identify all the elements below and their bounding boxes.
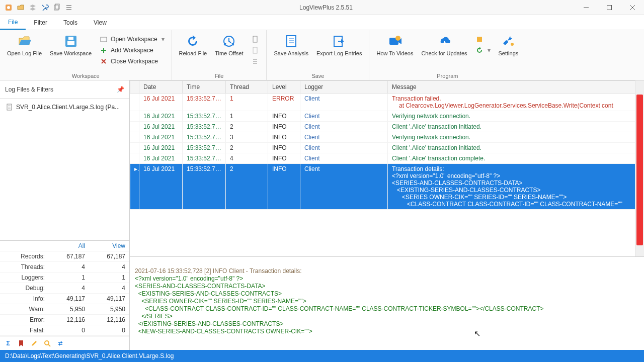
detail-pane[interactable]: 2021-07-16 15:33:52,728 [2] INFO Client …	[130, 256, 644, 350]
stats-row: Error:12,11612,116	[0, 315, 129, 325]
document-icon	[251, 35, 259, 43]
close-icon	[100, 57, 108, 65]
wrench-icon	[500, 33, 516, 49]
export-icon	[331, 33, 347, 49]
log-row[interactable]: 16 Jul 202115:33:52.7282INFOClientClient…	[130, 143, 644, 153]
file-small-2[interactable]	[248, 45, 262, 55]
qat-copy-icon[interactable]	[52, 3, 61, 12]
pin-icon[interactable]: 📌	[117, 86, 124, 93]
ribbon-group-file: Reload File Time Offset File	[172, 30, 267, 80]
file-small-1[interactable]	[248, 34, 262, 44]
svg-point-1	[7, 6, 10, 9]
log-row[interactable]: 16 Jul 202115:33:52.7221INFOClientVerify…	[130, 111, 644, 122]
qat-open-icon[interactable]	[16, 3, 25, 12]
tab-view[interactable]: View	[86, 15, 115, 30]
video-icon	[387, 33, 403, 49]
tab-filter[interactable]: Filter	[26, 15, 55, 30]
cloud-download-icon	[436, 33, 452, 49]
stats-row: Debug:44	[0, 283, 129, 294]
ribbon-label-save: Save	[271, 72, 365, 79]
col-logger[interactable]: Logger	[300, 81, 388, 94]
file-list: SVR_0.Alice.Client.VLarge.S.log (Pa...	[0, 99, 129, 116]
svg-point-17	[511, 43, 514, 46]
stats-row: Fatal:00	[0, 325, 129, 336]
program-small-2[interactable]: ▾	[472, 45, 494, 55]
refresh-small-icon	[475, 46, 484, 54]
svg-rect-10	[253, 36, 257, 42]
svg-rect-4	[607, 5, 612, 10]
close-workspace-button[interactable]: Close Workspace	[97, 56, 168, 66]
close-button[interactable]	[621, 0, 644, 15]
open-log-file-button[interactable]: Open Log File	[4, 32, 45, 57]
svg-rect-16	[477, 37, 482, 42]
flag-icon	[475, 35, 484, 43]
col-thread[interactable]: Thread	[226, 81, 268, 94]
status-path: D:\Data\Logs\Text\Generating\SVR_0.Alice…	[5, 352, 174, 359]
howto-videos-button[interactable]: How To Videos	[373, 32, 416, 57]
bookmark-button[interactable]	[15, 338, 27, 349]
ribbon-group-workspace: Open Log File Save Workspace Open Worksp…	[0, 30, 172, 80]
check-updates-button[interactable]: Check for Updates	[418, 32, 470, 57]
qat-list-icon[interactable]	[64, 3, 73, 12]
qat-tools-icon[interactable]	[40, 3, 49, 12]
col-message[interactable]: Message	[388, 81, 644, 94]
sigma-button[interactable]: Σ	[2, 338, 14, 349]
ribbon-label-workspace: Workspace	[4, 72, 168, 79]
log-grid[interactable]: Date Time Thread Level Logger Message 16…	[130, 80, 644, 256]
sync-button[interactable]	[54, 338, 66, 349]
document-blank-icon	[251, 46, 259, 54]
reload-file-button[interactable]: Reload File	[176, 32, 210, 57]
left-toolbar: Σ	[0, 336, 129, 350]
left-pane-title: Log Files & Filters	[5, 86, 53, 93]
stats-row: Records:67,18767,187	[0, 251, 129, 262]
clock-icon	[221, 33, 237, 49]
minimize-button[interactable]	[575, 0, 598, 15]
file-small-3[interactable]	[248, 56, 262, 66]
ribbon-label-file: File	[176, 72, 263, 79]
log-row[interactable]: 16 Jul 202115:33:52.7284INFOClientClient…	[130, 153, 644, 164]
folder-open-icon	[17, 33, 33, 49]
program-small-1[interactable]	[472, 34, 494, 44]
maximize-button[interactable]	[598, 0, 621, 15]
log-row[interactable]: 16 Jul 202115:33:52.7221ERRORClientTrans…	[130, 94, 644, 111]
log-row[interactable]: 16 Jul 202115:33:52.7283INFOClientVerify…	[130, 132, 644, 143]
main-area: Date Time Thread Level Logger Message 16…	[130, 80, 644, 350]
list-icon	[251, 57, 259, 65]
log-row[interactable]: ▸16 Jul 202115:33:52.7282INFOClientTrans…	[130, 164, 644, 210]
export-log-button[interactable]: Export Log Entries	[313, 32, 365, 57]
stats-col-view[interactable]: View	[89, 241, 129, 251]
save-analysis-button[interactable]: Save Analysis	[271, 32, 311, 57]
stats-col-all[interactable]: All	[49, 241, 89, 251]
log-file-item[interactable]: SVR_0.Alice.Client.VLarge.S.log (Pa...	[3, 102, 126, 113]
detail-body: <?xml version="1.0" encoding="utf-8" ?> …	[135, 275, 543, 335]
edit-button[interactable]	[28, 338, 40, 349]
find-button[interactable]	[41, 338, 53, 349]
add-workspace-button[interactable]: Add Workspace	[97, 45, 168, 55]
qat-app-icon[interactable]	[4, 3, 13, 12]
log-file-name: SVR_0.Alice.Client.VLarge.S.log (Pa...	[16, 104, 120, 111]
titlebar: LogViewPlus 2.5.51	[0, 0, 644, 15]
settings-button[interactable]: Settings	[496, 32, 522, 57]
stats-row: Loggers:11	[0, 273, 129, 283]
stats-row: Threads:44	[0, 262, 129, 273]
grid-scrollbar[interactable]	[635, 80, 644, 256]
ribbon: Open Log File Save Workspace Open Worksp…	[0, 30, 644, 80]
notepad-icon	[283, 33, 299, 49]
save-workspace-icon	[63, 33, 79, 49]
save-workspace-button[interactable]: Save Workspace	[47, 32, 95, 57]
svg-point-19	[45, 341, 49, 345]
svg-rect-6	[67, 41, 74, 45]
stats-table: AllView Records:67,18767,187Threads:44Lo…	[0, 240, 129, 336]
tab-tools[interactable]: Tools	[55, 15, 86, 30]
col-level[interactable]: Level	[268, 81, 300, 94]
reload-icon	[185, 33, 201, 49]
open-workspace-button[interactable]: Open Workspace▾	[97, 34, 168, 44]
col-date[interactable]: Date	[139, 81, 183, 94]
ribbon-group-program: How To Videos Check for Updates ▾ Settin…	[369, 30, 525, 80]
col-indicator[interactable]	[130, 81, 139, 94]
col-time[interactable]: Time	[183, 81, 226, 94]
time-offset-button[interactable]: Time Offset	[212, 32, 246, 57]
qat-layers-icon[interactable]	[28, 3, 37, 12]
log-row[interactable]: 16 Jul 202115:33:52.7222INFOClientClient…	[130, 122, 644, 132]
tab-file[interactable]: File	[0, 15, 26, 30]
